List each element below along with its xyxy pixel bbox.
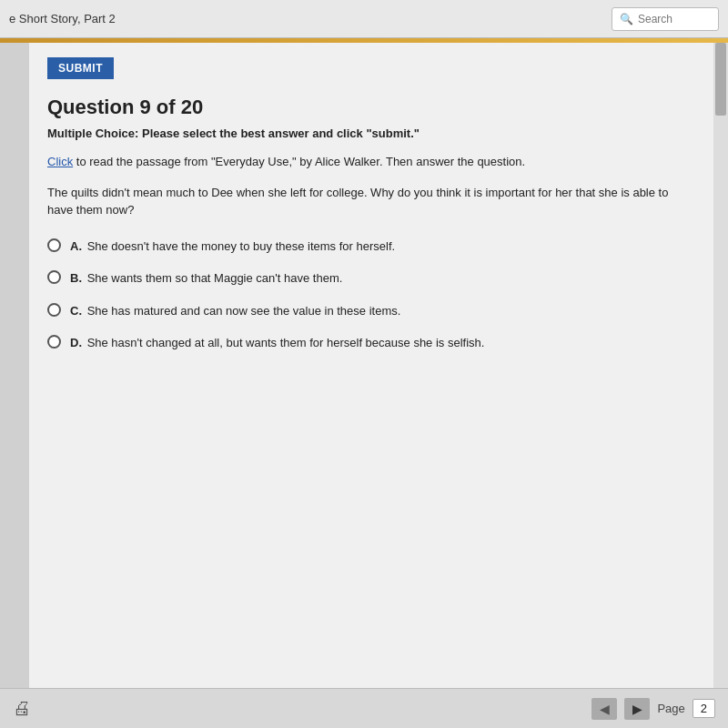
right-sidebar[interactable]	[713, 43, 728, 688]
option-c-radio[interactable]	[47, 303, 61, 317]
passage-link-rest: to read the passage from "Everyday Use,"…	[73, 155, 525, 168]
question-title: Question 9 of 20	[47, 96, 695, 119]
option-a-label: A. She doesn't have the money to buy the…	[70, 238, 395, 256]
options-list: A. She doesn't have the money to buy the…	[47, 238, 695, 352]
page-number: 2	[693, 699, 715, 718]
list-item: D. She hasn't changed at all, but wants …	[47, 334, 695, 352]
left-sidebar	[0, 43, 29, 688]
search-input[interactable]	[638, 13, 711, 25]
question-instruction: Multiple Choice: Please select the best …	[47, 126, 695, 140]
content-panel: SUBMIT Question 9 of 20 Multiple Choice:…	[29, 43, 713, 688]
option-a-radio[interactable]	[47, 238, 61, 252]
bottom-bar: 🖨 ◀ ▶ Page 2	[0, 688, 728, 728]
next-page-button[interactable]: ▶	[624, 698, 650, 720]
option-d-label: D. She hasn't changed at all, but wants …	[70, 334, 484, 352]
option-a-letter: A.	[70, 239, 82, 253]
main-area: SUBMIT Question 9 of 20 Multiple Choice:…	[0, 43, 728, 688]
option-b-radio[interactable]	[47, 270, 61, 284]
question-body: The quilts didn't mean much to Dee when …	[47, 184, 695, 219]
option-b-text: She wants them so that Maggie can't have…	[87, 271, 343, 285]
option-d-text: She hasn't changed at all, but wants the…	[87, 336, 485, 349]
search-box[interactable]: 🔍	[612, 7, 719, 31]
option-a-text: She doesn't have the money to buy these …	[87, 239, 396, 253]
print-icon-area[interactable]: 🖨	[13, 698, 31, 719]
page-label: Page	[657, 702, 684, 715]
print-icon[interactable]: 🖨	[13, 698, 31, 719]
passage-link-text: Click to read the passage from "Everyday…	[47, 153, 695, 171]
option-b-letter: B.	[70, 271, 82, 285]
prev-page-button[interactable]: ◀	[592, 698, 617, 720]
option-b-label: B. She wants them so that Maggie can't h…	[70, 269, 342, 288]
option-c-label: C. She has matured and can now see the v…	[70, 302, 400, 320]
passage-link[interactable]: Click	[47, 155, 73, 168]
search-icon: 🔍	[620, 13, 633, 25]
submit-button[interactable]: SUBMIT	[47, 57, 114, 79]
option-c-letter: C.	[70, 304, 82, 318]
top-bar: e Short Story, Part 2 🔍	[0, 0, 728, 38]
scrollbar-thumb[interactable]	[715, 43, 726, 116]
list-item: B. She wants them so that Maggie can't h…	[47, 269, 695, 288]
page-title: e Short Story, Part 2	[9, 12, 116, 25]
option-d-letter: D.	[70, 336, 82, 349]
list-item: A. She doesn't have the money to buy the…	[47, 238, 695, 256]
nav-area: ◀ ▶ Page 2	[592, 698, 715, 720]
option-c-text: She has matured and can now see the valu…	[87, 304, 401, 318]
option-d-radio[interactable]	[47, 335, 61, 349]
list-item: C. She has matured and can now see the v…	[47, 302, 695, 320]
